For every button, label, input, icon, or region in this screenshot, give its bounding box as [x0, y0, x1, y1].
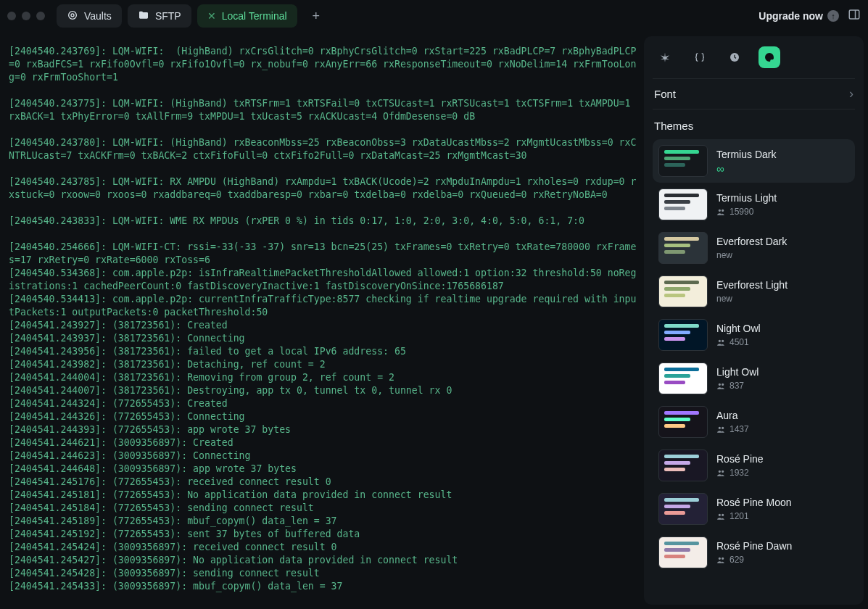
log-line: [2404541.244326]: (772655453): Connectin…	[9, 410, 640, 423]
theme-thumbnail	[658, 145, 708, 177]
log-line: [2404540.243769]: LQM-WIFI: (HighBand) r…	[9, 45, 640, 84]
upgrade-button[interactable]: Upgrade now ↑	[759, 10, 839, 22]
theme-name: Everforest Dark	[716, 236, 787, 247]
theme-meta: new	[716, 250, 787, 260]
log-line: [2404541.243982]: (381723561): Detaching…	[9, 358, 640, 371]
appearance-sidebar: Font › Themes Termius Dark∞Termius Light…	[644, 36, 864, 605]
theme-option[interactable]: Termius Light15990	[653, 183, 855, 226]
log-line: [2404541.243927]: (381723561): Created	[9, 319, 640, 332]
tab-local-terminal[interactable]: ✕Local Terminal	[197, 4, 297, 28]
log-line: [2404541.245189]: (772655453): mbuf_copy…	[9, 515, 640, 528]
log-line: [2404541.244004]: (381723561): Removing …	[9, 371, 640, 384]
log-line: [2404541.245427]: (3009356897): No appli…	[9, 554, 640, 567]
theme-meta: 1201	[716, 511, 792, 521]
theme-name: Night Owl	[716, 323, 761, 334]
log-line: [2404541.244621]: (3009356897): Created	[9, 436, 640, 450]
log-line: [2404541.244393]: (772655453): app wrote…	[9, 423, 640, 436]
font-section-button[interactable]: Font ›	[653, 78, 855, 109]
theme-name: Rosé Pine	[716, 453, 764, 465]
theme-name: Light Owl	[716, 366, 759, 378]
palette-icon[interactable]	[759, 46, 780, 68]
theme-meta: 15990	[716, 207, 777, 217]
theme-thumbnail	[658, 493, 708, 525]
svg-point-5	[766, 56, 768, 57]
theme-option[interactable]: Aura1437	[653, 400, 855, 444]
log-line: [2404540.534413]: com.apple.p2p: current…	[9, 293, 640, 319]
theme-thumbnail	[658, 188, 708, 220]
log-line: [2404541.245424]: (3009356897): received…	[9, 541, 640, 554]
minimize-window-icon[interactable]	[22, 12, 30, 20]
log-line: [2404540.243775]: LQM-WIFI: (HighBand) t…	[9, 97, 640, 123]
theme-thumbnail	[658, 450, 708, 481]
theme-option[interactable]: Everforest Lightnew	[653, 270, 855, 313]
theme-list: Termius Dark∞Termius Light15990Everfores…	[653, 139, 855, 605]
theme-meta: 4501	[716, 337, 761, 347]
log-line: [2404540.243780]: LQM-WIFI: (HighBand) r…	[9, 136, 640, 162]
log-line: [2404540.254666]: LQM-WIFI-CT: rssi=-33(…	[9, 241, 640, 267]
log-line: [2404541.243937]: (381723561): Connectin…	[9, 332, 640, 345]
theme-option[interactable]: Night Owl4501	[653, 313, 855, 357]
tab-label: Vaults	[84, 10, 112, 22]
log-line: [2404540.243833]: LQM-WIFI: WME RX MPDUs…	[9, 215, 640, 228]
new-tab-button[interactable]: +	[306, 6, 326, 26]
svg-point-7	[771, 56, 772, 57]
svg-point-0	[69, 11, 77, 19]
theme-thumbnail	[658, 319, 708, 351]
theme-name: Rosé Pine Dawn	[716, 540, 792, 552]
theme-thumbnail	[658, 276, 708, 307]
log-line: [2404541.244324]: (772655453): Created	[9, 397, 640, 410]
folder-icon	[138, 9, 149, 23]
tab-vaults[interactable]: Vaults	[57, 4, 122, 28]
toggle-sidebar-button[interactable]	[848, 8, 861, 24]
upgrade-label: Upgrade now	[759, 10, 823, 22]
theme-name: Termius Light	[716, 192, 777, 204]
theme-option[interactable]: Everforest Darknew	[653, 226, 855, 270]
window-controls	[7, 12, 45, 20]
theme-meta: 837	[716, 381, 759, 391]
tab-sftp[interactable]: SFTP	[128, 4, 191, 28]
theme-meta: 1437	[716, 424, 749, 434]
tab-label: SFTP	[155, 10, 181, 22]
log-line: [2404541.243956]: (381723561): failed to…	[9, 345, 640, 358]
theme-option[interactable]: Rosé Pine Dawn629	[653, 531, 855, 574]
log-line: [2404540.243785]: LQM-WIFI: RX AMPDU (Hi…	[9, 175, 640, 202]
theme-meta: new	[716, 294, 788, 304]
log-line: [2404541.244007]: (381723561): Destroyin…	[9, 384, 640, 397]
chevron-right-icon: ›	[849, 86, 853, 102]
theme-name: Everforest Light	[716, 279, 788, 291]
zoom-window-icon[interactable]	[36, 12, 45, 20]
braces-icon[interactable]	[689, 46, 711, 68]
font-section-label: Font	[654, 88, 676, 100]
terminal-output[interactable]: [2404540.243769]: LQM-WIFI: (HighBand) r…	[0, 32, 644, 609]
log-line: [2404541.245184]: (772655453): sending c…	[9, 502, 640, 515]
close-window-icon[interactable]	[7, 12, 16, 20]
theme-thumbnail	[658, 536, 708, 568]
themes-heading: Themes	[653, 109, 855, 139]
close-icon[interactable]: ✕	[207, 10, 216, 22]
theme-meta: 629	[716, 555, 792, 565]
clock-icon[interactable]	[724, 46, 745, 68]
log-line: [2404541.244648]: (3009356897): app wrot…	[9, 463, 640, 476]
svg-rect-2	[849, 10, 859, 19]
log-line: [2404541.245192]: (772655453): sent 37 b…	[9, 528, 640, 541]
theme-option[interactable]: Light Owl837	[653, 357, 855, 400]
log-line: [2404541.245176]: (772655453): received …	[9, 476, 640, 489]
nav-actions-icon[interactable]	[654, 46, 676, 68]
log-line: [2404541.245433]: (3009356897): mbuf_cop…	[9, 580, 640, 593]
log-line: [2404541.244623]: (3009356897): Connecti…	[9, 450, 640, 463]
theme-name: Rosé Pine Moon	[716, 497, 792, 508]
theme-name: Aura	[716, 410, 749, 421]
titlebar: VaultsSFTP✕Local Terminal + Upgrade now …	[0, 0, 868, 32]
theme-name: Termius Dark	[716, 149, 776, 160]
theme-thumbnail	[658, 232, 708, 264]
theme-meta: 1932	[716, 468, 764, 478]
theme-thumbnail	[658, 406, 708, 438]
theme-option[interactable]: Rosé Pine1932	[653, 444, 855, 487]
svg-point-1	[71, 14, 74, 17]
log-line: [2404541.245428]: (3009356897): sending …	[9, 567, 640, 580]
svg-point-6	[769, 54, 770, 56]
theme-option[interactable]: Rosé Pine Moon1201	[653, 487, 855, 531]
theme-option[interactable]: Termius Dark∞	[653, 139, 855, 183]
log-line: [2404540.534368]: com.apple.p2p: isInfra…	[9, 267, 640, 293]
theme-thumbnail	[658, 362, 708, 394]
